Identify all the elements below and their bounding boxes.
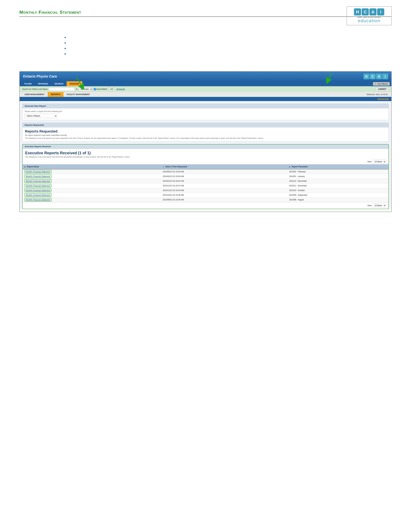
report-name-link[interactable]: Monthly Financial Statement [25,198,51,201]
logout-button[interactable]: LOGOUT [376,87,389,91]
org-name: Ontario Physio Care [23,74,57,78]
nav-tab-invoices[interactable]: INVOICES [35,81,51,86]
reports-requested-section: Reports Requested Reports Requested No r… [22,123,389,142]
report-name-link[interactable]: Monthly Financial Statement [25,189,51,192]
no-requests-text: No report requests have been submitted r… [22,134,389,137]
cell-datetime: 2014/03/12 01:15:04 AM [161,169,287,174]
go-button[interactable]: GO [108,87,115,91]
report-name-link[interactable]: Monthly Financial Statement [25,179,51,183]
logo-tagline: Health Claims for Auto Insurance [349,16,389,18]
bullet-item-3 [65,47,392,50]
table-row: Monthly Financial Statement2013/09/12 01… [23,198,388,202]
in-label: in [76,88,77,90]
logo-hcai: H C A I [349,8,389,16]
bullet-list [65,36,392,55]
cell-param: 2014/02 - February [287,169,388,174]
cell-report-name: Monthly Financial Statement [23,183,161,188]
sub-nav: USER MANAGEMENT REPORTS FACILITY MANAGEM… [20,92,391,97]
view-label-bottom: View [367,204,372,207]
date-bar: 2012/11/28 [20,97,391,101]
sort-arrow-datetime: ▼ [163,166,164,168]
table-row: Monthly Financial Statement2014/03/12 01… [23,169,388,174]
bullet-item-1 [65,36,392,39]
bullet-item-2 [65,42,392,44]
app-logo-a: A [376,74,382,79]
generate-report-body: Please select a report from the followin… [22,108,389,120]
col-datetime[interactable]: ▼ Date & Time Requested [161,164,287,169]
exact-match-checkbox[interactable] [94,88,96,90]
logo-letter-i: I [377,8,384,16]
nav-tab-manage[interactable]: MANAGE [66,81,82,86]
exec-reports-title: Executive Reports Received (1 of 1) [23,149,388,156]
report-name-link[interactable]: Monthly Financial Statement [25,170,51,173]
welcome-text: Welcome, Sam, to HCAI. [367,93,390,95]
cell-report-name: Monthly Financial Statement [23,188,161,193]
app-window: Ontario Physio Care H C A I PLANS INVOIC… [19,71,392,212]
cell-datetime: 2014/01/12 01:16:01 AM [161,179,287,183]
view-row-bottom: View 10 Items 25 Items 50 Items [23,202,388,209]
go-text: GO [110,88,113,90]
nav-tab-search[interactable]: SEARCH [51,81,66,86]
report-name-link[interactable]: Monthly Financial Statement [25,193,51,197]
app-logo: H C A I [364,74,388,79]
report-name-link[interactable]: Monthly Financial Statement [25,184,51,188]
nav-tab-plans[interactable]: PLANS [21,81,35,86]
cell-report-name: Monthly Financial Statement [23,193,161,198]
top-section: H C A I Health Claims for Auto Insurance… [0,0,411,68]
page-title: Monthly Financial Statement [19,10,392,15]
user-manual-button[interactable]: ? - User Manual [373,82,390,86]
cell-report-name: Monthly Financial Statement [23,198,161,202]
reports-description: The following is a list of all reports y… [22,137,389,141]
logo-letter-a: A [369,8,376,16]
generate-report-section: Generate New Report Please select a repo… [22,104,389,120]
bullet-item-4 [65,53,392,55]
table-body: Monthly Financial Statement2014/03/12 01… [23,169,388,202]
cell-report-name: Monthly Financial Statement [23,179,161,183]
exec-reports-header: Executive Reports Received [23,144,388,149]
search-input[interactable] [49,87,75,91]
cell-datetime: 2013/09/12 01:15:36 AM [161,198,287,202]
cell-datetime: 2013/11/12 01:15:43 AM [161,188,287,193]
form-select[interactable]: All Forms [79,87,93,91]
reports-table: ▶ Report Name ▼ Date & Time Requested ▶ … [23,164,388,202]
cell-datetime: 2013/12/12 01:15:47 AM [161,183,287,188]
cell-param: 2013/11 - November [287,183,388,188]
search-label: Search for Patient Last Name [22,88,47,90]
report-dropdown[interactable]: Select a Report [25,114,57,118]
title-divider [19,17,392,17]
nav-container: PLANS INVOICES SEARCH MANAGE ? - User Ma… [20,81,391,86]
table-header: ▶ Report Name ▼ Date & Time Requested ▶ … [23,164,388,169]
generate-report-hint: Please select a report from the followin… [25,110,386,113]
app-header: Ontario Physio Care H C A I [20,72,391,81]
sub-nav-facility-management[interactable]: FACILITY MANAGEMENT [64,92,93,97]
cell-datetime: 2013/10/12 01:15:49 AM [161,193,287,198]
sub-nav-reports[interactable]: REPORTS [48,92,64,97]
cell-param: 2013/08 - August [287,198,388,202]
sort-arrow-param: ▶ [289,166,290,168]
sort-arrow-name: ▶ [25,166,26,168]
reports-requested-header: Reports Requested [22,123,389,127]
view-select-top[interactable]: 10 Items 25 Items 50 Items [373,160,386,164]
app-logo-i: I [382,74,388,79]
logo-letter-c: C [362,8,369,16]
table-row: Monthly Financial Statement2013/10/12 01… [23,193,388,198]
logo-letter-h: H [354,8,361,16]
advanced-link[interactable]: Advanced [116,88,125,90]
col-report-param[interactable]: ▶ Report Parameter [287,164,388,169]
view-select-bottom[interactable]: 10 Items 25 Items 50 Items [373,204,386,208]
report-name-link[interactable]: Monthly Financial Statement [25,175,51,178]
table-row: Monthly Financial Statement2013/11/12 01… [23,188,388,193]
exec-reports-desc: The following is a list of all reports t… [23,156,388,159]
nav-bar: PLANS INVOICES SEARCH MANAGE ? - User Ma… [20,81,391,86]
reports-requested-title: Reports Requested [22,127,389,134]
logo-education: education [349,18,389,23]
col-report-name[interactable]: ▶ Report Name [23,164,161,169]
app-logo-h: H [364,74,369,79]
cell-report-name: Monthly Financial Statement [23,169,161,174]
cell-param: 2014/01 - January [287,174,388,179]
content-area: 2012/11/28 Generate New Report Please se… [20,97,391,209]
view-label-top: View [367,161,372,163]
executive-reports-container: Executive Reports Received Executive Rep… [22,144,389,209]
table-row: Monthly Financial Statement2013/12/12 01… [23,183,388,188]
sub-nav-user-management[interactable]: USER MANAGEMENT [21,92,48,97]
